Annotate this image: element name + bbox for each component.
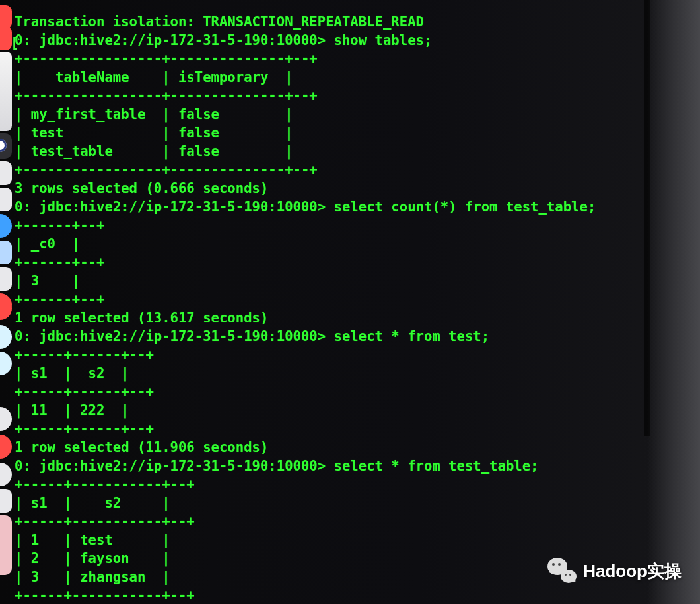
watermark-text: Hadoop实操	[583, 560, 682, 583]
terminal-output[interactable]: Transaction isolation: TRANSACTION_REPEA…	[15, 13, 700, 591]
wechat-icon	[547, 558, 577, 584]
terminal-window[interactable]: [ Transaction isolation: TRANSACTION_REP…	[0, 0, 700, 604]
watermark: Hadoop实操	[547, 558, 682, 584]
